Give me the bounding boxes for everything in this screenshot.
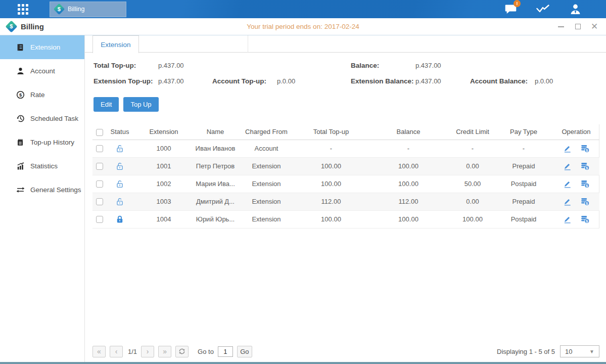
next-page-button[interactable]: ›	[141, 346, 154, 357]
select-all-checkbox[interactable]	[96, 129, 103, 136]
rate-dollar-circle-icon: $	[16, 90, 25, 100]
cell-name: Юрий Юрь...	[194, 210, 237, 228]
sidebar-item-scheduled-task[interactable]: Scheduled Task	[0, 107, 84, 130]
row-topup-button[interactable]: $	[580, 144, 590, 153]
row-topup-button[interactable]: $	[580, 214, 590, 224]
svg-text:$: $	[19, 92, 22, 98]
row-edit-button[interactable]	[563, 197, 572, 206]
cell-credit-limit: 50.00	[451, 175, 494, 193]
cell-name: Иван Иванов	[194, 140, 237, 157]
goto-page-input[interactable]	[218, 346, 233, 357]
col-balance: Balance	[366, 124, 451, 140]
cell-pay-type: Prepaid	[494, 157, 553, 175]
sidebar-item-label: Top-up History	[30, 139, 74, 146]
statistics-chart-icon	[16, 162, 25, 171]
cell-charged-from: Extension	[237, 157, 296, 175]
user-menu-button[interactable]	[569, 3, 582, 15]
status-unlocked-toggle[interactable]	[115, 144, 124, 153]
tab-extension[interactable]: Extension	[92, 35, 139, 53]
row-topup-button[interactable]: $	[580, 197, 590, 206]
sidebar: Extension Account $ Rate Scheduled Task	[0, 35, 85, 362]
reports-button[interactable]	[536, 3, 549, 15]
summary-label: Balance:	[351, 62, 415, 69]
cell-balance: 100.00	[366, 210, 451, 228]
row-topup-button[interactable]: $	[580, 179, 590, 189]
sidebar-item-label: General Settings	[30, 186, 81, 194]
row-checkbox[interactable]	[96, 198, 103, 205]
row-checkbox[interactable]	[96, 216, 103, 223]
row-checkbox[interactable]	[96, 145, 103, 152]
cell-extension: 1000	[133, 140, 194, 157]
taskbar-item-label: Billing	[68, 6, 84, 13]
cell-credit-limit: 0.00	[451, 193, 494, 210]
minimize-button[interactable]	[557, 23, 565, 30]
close-button[interactable]: ✕	[591, 23, 598, 30]
row-edit-button[interactable]	[563, 214, 572, 224]
cell-total-topup: 100.00	[296, 175, 366, 193]
maximize-button[interactable]	[574, 23, 581, 30]
main-content: Extension Total Top-up:p.437.00 Balance:…	[85, 35, 606, 362]
unlocked-icon	[115, 179, 124, 189]
cell-balance: 112.00	[366, 193, 451, 210]
summary-value: p.0.00	[535, 77, 553, 85]
table-row: 1001Петр ПетровExtension100.00100.000.00…	[92, 157, 599, 175]
status-unlocked-toggle[interactable]	[115, 162, 124, 171]
sidebar-item-label: Rate	[30, 91, 45, 99]
sidebar-item-general-settings[interactable]: General Settings	[0, 178, 84, 202]
col-status: Status	[106, 124, 133, 140]
sidebar-item-topup-history[interactable]: Top-up History	[0, 130, 84, 154]
summary-value: p.437.00	[415, 62, 441, 69]
cell-balance: -	[366, 140, 451, 157]
sidebar-item-extension[interactable]: Extension	[0, 35, 84, 59]
sidebar-item-label: Statistics	[30, 162, 58, 170]
notifications-button[interactable]: !	[504, 3, 517, 15]
top-up-coins-icon: $	[580, 179, 590, 189]
prev-page-button[interactable]: ‹	[110, 346, 123, 357]
sidebar-item-statistics[interactable]: Statistics	[0, 154, 84, 178]
table-body: 1000Иван ИвановAccount----$1001Петр Петр…	[92, 140, 599, 228]
displaying-text: Displaying 1 - 5 of 5	[497, 348, 555, 355]
window-titlebar: $ Billing Your trial period ends on: 201…	[0, 18, 606, 35]
top-up-button[interactable]: Top Up	[123, 97, 158, 112]
last-page-button[interactable]: »	[158, 346, 171, 357]
svg-text:$: $	[586, 219, 588, 223]
cell-name: Дмитрий Д...	[194, 193, 237, 210]
taskbar-item-billing[interactable]: $ Billing	[50, 2, 126, 17]
edit-pencil-icon	[563, 197, 572, 206]
col-operation: Operation	[553, 124, 599, 140]
row-topup-button[interactable]: $	[580, 161, 590, 171]
row-edit-button[interactable]	[563, 179, 572, 189]
cell-charged-from: Extension	[237, 210, 296, 228]
unlocked-icon	[115, 162, 124, 171]
go-button[interactable]: Go	[237, 346, 252, 357]
edit-pencil-icon	[563, 179, 572, 189]
row-checkbox[interactable]	[96, 163, 103, 170]
edit-button[interactable]: Edit	[94, 97, 119, 112]
cell-pay-type: Postpaid	[494, 210, 553, 228]
first-page-button[interactable]: «	[92, 346, 106, 357]
tab-strip: Extension	[85, 35, 606, 53]
sidebar-item-account[interactable]: Account	[0, 59, 84, 83]
unlocked-icon	[115, 144, 124, 153]
refresh-button[interactable]	[175, 346, 189, 357]
top-up-coins-icon: $	[580, 197, 590, 206]
row-edit-button[interactable]	[563, 161, 572, 171]
sidebar-item-rate[interactable]: $ Rate	[0, 83, 84, 107]
cell-pay-type: Postpaid	[494, 175, 553, 193]
svg-text:$: $	[586, 202, 588, 206]
topup-history-notebook-icon	[16, 138, 25, 147]
sidebar-item-label: Extension	[30, 43, 60, 51]
edit-pencil-icon	[563, 214, 572, 224]
system-topbar: $ Billing !	[0, 0, 606, 18]
status-unlocked-toggle[interactable]	[115, 179, 124, 189]
page-indicator: 1/1	[128, 348, 137, 355]
row-checkbox[interactable]	[96, 180, 103, 188]
app-launcher-icon[interactable]	[18, 4, 28, 15]
status-unlocked-toggle[interactable]	[115, 197, 124, 206]
row-edit-button[interactable]	[563, 144, 572, 153]
cell-balance: 100.00	[366, 157, 451, 175]
tab-separator	[248, 35, 248, 53]
status-locked-toggle[interactable]	[115, 215, 124, 224]
page-size-select[interactable]: 10 ▼	[560, 345, 599, 357]
cell-extension: 1003	[133, 193, 194, 210]
